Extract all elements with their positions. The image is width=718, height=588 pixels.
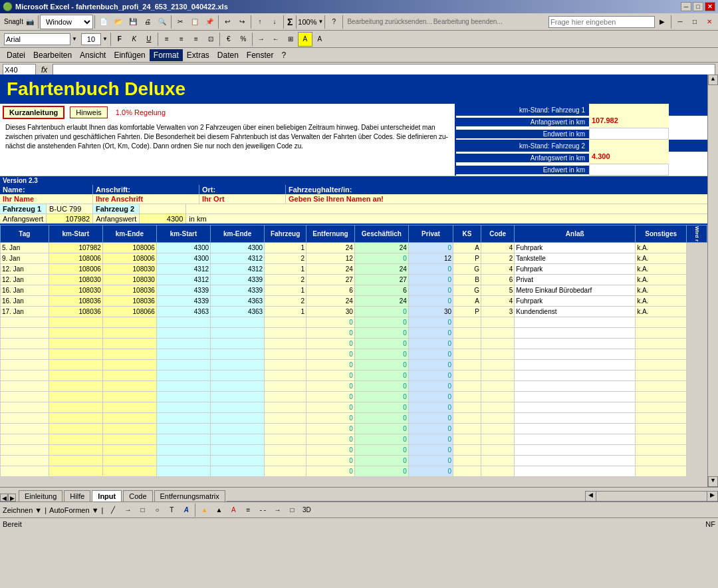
table-row[interactable]: 000 bbox=[1, 413, 707, 424]
tab-scroll-right[interactable]: ▶ bbox=[8, 494, 16, 502]
bold-button[interactable]: F bbox=[112, 32, 127, 47]
cell-reference[interactable]: X40 bbox=[3, 64, 36, 76]
table-row[interactable]: 000 bbox=[1, 392, 707, 402]
table-row[interactable]: 000 bbox=[1, 434, 707, 445]
table-row[interactable]: 000 bbox=[1, 381, 707, 392]
cut-button[interactable]: ✂ bbox=[173, 15, 187, 29]
font-dropdown-icon[interactable]: ▼ bbox=[72, 36, 77, 42]
value-name[interactable]: Ihr Name bbox=[0, 194, 93, 204]
rect-tool[interactable]: □ bbox=[135, 503, 150, 517]
table-row[interactable]: 12. Jan10800610803043124312124240G4Fuhrp… bbox=[1, 264, 707, 275]
table-row[interactable]: 000 bbox=[1, 317, 707, 328]
underline-button[interactable]: U bbox=[142, 32, 156, 47]
zoom-dropdown-icon[interactable]: ▼ bbox=[318, 19, 323, 25]
search-go-button[interactable]: ▶ bbox=[655, 15, 669, 29]
v1-anfang-val[interactable]: 107982 bbox=[47, 214, 93, 223]
tab-einleitung[interactable]: Einleitung bbox=[19, 490, 62, 502]
vertical-scrollbar[interactable]: ▲ ▼ bbox=[707, 74, 718, 487]
open-button[interactable]: 📂 bbox=[111, 15, 126, 29]
decrease-indent-button[interactable]: ← bbox=[269, 32, 283, 47]
tab-scroll-left[interactable]: ◀ bbox=[0, 494, 8, 502]
percent-button[interactable]: % bbox=[236, 32, 251, 47]
table-row[interactable]: 000 bbox=[1, 339, 707, 349]
font-name-input[interactable] bbox=[4, 33, 70, 45]
table-row[interactable]: 000 bbox=[1, 328, 707, 339]
scroll-down-button[interactable]: ▼ bbox=[708, 476, 718, 487]
scroll-up-button[interactable]: ▲ bbox=[708, 74, 718, 85]
arrow-tool[interactable]: → bbox=[120, 503, 135, 517]
scroll-left-button[interactable]: ◀ bbox=[586, 492, 596, 501]
win-close[interactable]: ✕ bbox=[702, 15, 717, 29]
table-row[interactable]: 000 bbox=[1, 349, 707, 360]
help-search-input[interactable] bbox=[548, 16, 655, 28]
oval-tool[interactable]: ○ bbox=[150, 503, 164, 517]
kurzanleitung-button[interactable]: Kurzanleitung bbox=[3, 106, 64, 119]
scroll-right-button[interactable]: ▶ bbox=[707, 492, 717, 501]
sort-desc-button[interactable]: ↓ bbox=[267, 15, 282, 29]
table-row[interactable]: 16. Jan10803610803643394363224240A4Fuhrp… bbox=[1, 296, 707, 307]
line-tool[interactable]: ╱ bbox=[106, 503, 120, 517]
line-style-draw[interactable]: ≡ bbox=[241, 503, 255, 517]
textbox-tool[interactable]: T bbox=[164, 503, 179, 517]
sort-asc-button[interactable]: ↑ bbox=[253, 15, 267, 29]
italic-button[interactable]: K bbox=[127, 32, 142, 47]
menu-bearbeiten[interactable]: Bearbeiten bbox=[29, 49, 76, 61]
font-color-draw[interactable]: A bbox=[226, 503, 241, 517]
v2-plate[interactable] bbox=[140, 204, 186, 214]
menu-fenster[interactable]: Fenster bbox=[243, 49, 278, 61]
menu-einfuegen[interactable]: Einfügen bbox=[110, 49, 149, 61]
v1-plate[interactable]: B-UC 799 bbox=[47, 204, 93, 214]
snagit-icon[interactable]: 📷 bbox=[26, 18, 34, 25]
maximize-button[interactable]: □ bbox=[693, 2, 703, 11]
horizontal-scrollbar[interactable]: ◀ ▶ bbox=[585, 491, 718, 502]
table-row[interactable]: 5. Jan10798210800643004300124240A4Fuhrpa… bbox=[1, 243, 707, 253]
align-right-button[interactable]: ≡ bbox=[189, 32, 203, 47]
value-ort[interactable]: Ihr Ort bbox=[199, 194, 286, 204]
table-row[interactable]: 9. Jan10800610800643004312212012P2Tankst… bbox=[1, 253, 707, 264]
currency-button[interactable]: € bbox=[221, 32, 236, 47]
menu-daten[interactable]: Daten bbox=[213, 49, 243, 61]
save-button[interactable]: 💾 bbox=[126, 15, 140, 29]
shadow-draw[interactable]: □ bbox=[285, 503, 299, 517]
win-minimize[interactable]: ─ bbox=[673, 15, 687, 29]
copy-button[interactable]: 📋 bbox=[187, 15, 202, 29]
table-row[interactable]: 000 bbox=[1, 360, 707, 370]
table-row[interactable]: 000 bbox=[1, 456, 707, 466]
wordart-tool[interactable]: A bbox=[179, 503, 193, 517]
align-left-button[interactable]: ≡ bbox=[160, 32, 174, 47]
tab-code[interactable]: Code bbox=[123, 490, 152, 502]
table-row[interactable]: 000 bbox=[1, 424, 707, 434]
dash-style-draw[interactable]: - - bbox=[255, 503, 270, 517]
table-row[interactable]: 12. Jan10803010803043124339227270B6Priva… bbox=[1, 275, 707, 285]
table-row[interactable]: 000 bbox=[1, 466, 707, 477]
table-row[interactable]: 000 bbox=[1, 445, 707, 456]
tab-entfernungsmatrix[interactable]: Entfernungsmatrix bbox=[154, 490, 225, 502]
preview-button[interactable]: 🔍 bbox=[155, 15, 170, 29]
font-size-input[interactable] bbox=[81, 33, 101, 45]
menu-datei[interactable]: Datei bbox=[3, 49, 29, 61]
window-dropdown[interactable]: Window bbox=[40, 15, 93, 29]
table-row[interactable]: 000 bbox=[1, 402, 707, 413]
undo-button[interactable]: ↩ bbox=[220, 15, 235, 29]
v2-anfang-val[interactable]: 4300 bbox=[140, 214, 186, 223]
fill-color-button[interactable]: A bbox=[298, 32, 312, 47]
tab-hilfe[interactable]: Hilfe bbox=[64, 490, 90, 502]
fontsize-dropdown-icon[interactable]: ▼ bbox=[102, 36, 108, 42]
fill-color-draw[interactable]: ▲ bbox=[197, 503, 211, 517]
align-center-button[interactable]: ≡ bbox=[174, 32, 189, 47]
value-anschrift[interactable]: Ihre Anschrift bbox=[93, 194, 199, 204]
menu-extras[interactable]: Extras bbox=[183, 49, 213, 61]
help-button[interactable]: ? bbox=[326, 15, 341, 29]
menu-format[interactable]: Format bbox=[150, 49, 183, 61]
redo-button[interactable]: ↪ bbox=[235, 15, 249, 29]
font-color-button[interactable]: A bbox=[312, 32, 327, 47]
paste-button[interactable]: 📌 bbox=[202, 15, 217, 29]
tab-input[interactable]: Input bbox=[92, 490, 122, 502]
table-row[interactable]: 17. Jan10803610806643634363130030P3Kunde… bbox=[1, 307, 707, 317]
menu-ansicht[interactable]: Ansicht bbox=[76, 49, 110, 61]
merge-button[interactable]: ⊡ bbox=[203, 32, 218, 47]
increase-indent-button[interactable]: → bbox=[254, 32, 269, 47]
3d-draw[interactable]: 3D bbox=[299, 503, 314, 517]
new-button[interactable]: 📄 bbox=[96, 15, 111, 29]
arrow-style-draw[interactable]: → bbox=[270, 503, 285, 517]
